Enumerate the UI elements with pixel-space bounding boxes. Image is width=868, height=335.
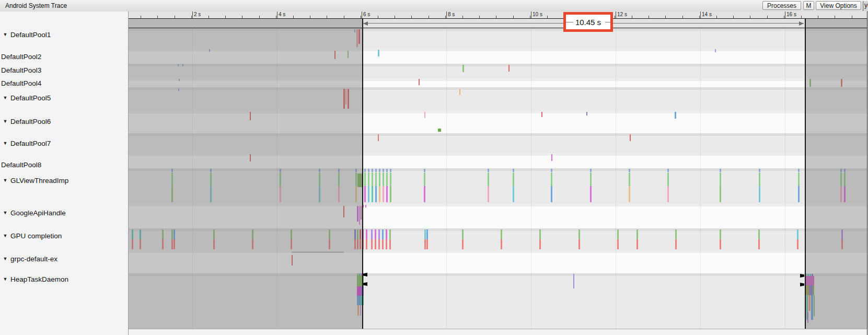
duration-annotation-box: 10.45 s [563,12,613,32]
ruler-tick-label: 10 s [533,11,542,17]
sidebar-item-defaultpool4[interactable]: DefaultPool4 [0,79,41,87]
trace-slice-bar [551,169,552,172]
header-button-processes[interactable]: Processes [762,1,801,10]
trace-mark [419,79,420,85]
ruler-minor-tick [682,16,683,18]
ruler-minor-tick [835,16,835,18]
ruler-minor-tick [767,16,768,18]
sidebar-item-googleapihandle[interactable]: ▼GoogleApiHandle [0,209,66,217]
ruler-minor-tick [411,16,412,18]
selection-line-left[interactable] [362,18,363,329]
sidebar-item-defaultpool8[interactable]: DefaultPool8 [0,160,41,169]
expander-triangle-icon[interactable]: ▼ [0,32,10,37]
trace-slice-bar [675,239,677,249]
ruler-tick-label: 2 s [194,11,201,17]
ruler-minor-tick [429,16,429,18]
expander-triangle-icon[interactable]: ▼ [0,119,10,124]
trace-slice-bar [462,229,464,239]
trace-mark [365,205,366,207]
thread-label: DefaultPool4 [0,79,41,87]
trace-slice-bar [759,186,760,202]
ruler-major-tick [277,11,277,18]
header-button-view-options[interactable]: View Options [816,1,861,10]
unselected-left-overlay [129,18,362,329]
ruler-minor-tick [293,16,294,18]
clipped-header-button[interactable]: yo [863,1,868,11]
ruler-minor-tick [141,16,141,18]
thread-label: DefaultPool1 [10,31,51,39]
trace-slice-bar [372,169,373,172]
trace-slice-bar [389,239,391,249]
trace-slice-bar [501,229,502,239]
sidebar-item-heaptaskdaemon[interactable]: ▼HeapTaskDaemon [0,275,68,283]
trace-slice-bar [426,229,428,239]
android-system-trace-window: Android System Trace yo ProcessesMView O… [0,0,868,335]
expander-triangle-icon[interactable]: ▼ [0,210,10,215]
ruler-tick-label: 16 s [786,11,796,17]
content-top-border [129,28,867,28]
annotation-line-dash-right [605,22,610,22]
trace-slice-bar [386,172,388,186]
trace-slice-bar [378,229,380,239]
ruler-minor-tick [327,16,327,18]
trace-mark [715,49,716,52]
thread-label: GLViewThreadImp [10,177,68,184]
trace-slice-bar [758,239,760,249]
ruler-major-tick [192,11,193,18]
ruler-minor-tick [716,16,717,18]
sidebar-item-gpu completion[interactable]: ▼GPU completion [0,232,62,240]
sidebar-item-defaultpool6[interactable]: ▼DefaultPool6 [0,117,51,125]
ruler-tick-label: 14 s [702,11,712,17]
thread-label: HeapTaskDaemon [10,275,68,283]
ruler-minor-tick [665,16,666,18]
sidebar-item-defaultpool2[interactable]: DefaultPool2 [0,52,41,61]
trace-mark [551,154,552,161]
sidebar-item-glviewthreadimp[interactable]: ▼GLViewThreadImp [0,176,68,184]
ruler-minor-tick [462,16,463,18]
ruler-minor-tick [157,16,158,18]
header-button-m[interactable]: M [803,1,814,10]
ruler-minor-tick [649,16,649,18]
ruler-tick-label: 4 s [279,11,285,17]
trace-slice-bar [539,229,541,239]
sidebar-item-defaultpool1[interactable]: ▼DefaultPool1 [0,30,51,39]
trace-slice-bar [617,229,619,239]
ruler-major-tick [531,11,531,18]
expander-triangle-icon[interactable]: ▼ [0,178,10,183]
ruler-major-tick [785,11,785,18]
ruler-minor-tick [259,16,260,18]
selection-line-right[interactable] [805,18,806,329]
trace-slice-bar [539,239,541,249]
sidebar-item-defaultpool7[interactable]: ▼DefaultPool7 [0,139,51,147]
expander-triangle-icon[interactable]: ▼ [0,95,10,100]
sidebar-item-defaultpool5[interactable]: ▼DefaultPool5 [0,94,51,102]
ruler-minor-tick [479,16,480,18]
trace-slice-bar [424,172,425,186]
expander-triangle-icon[interactable]: ▼ [0,256,10,261]
trace-slice-bar [383,186,384,202]
trace-slice-bar [386,239,387,249]
trace-slice-bar [364,172,366,186]
trace-slice-bar [667,172,669,186]
ruler-tick-label: 8 s [448,11,455,17]
trace-slice-bar [379,172,380,186]
trace-slice-bar [389,229,391,239]
trace-mark [438,129,441,132]
trace-mark [573,274,574,288]
trace-slice-bar [590,186,592,202]
trace-mark [378,134,379,141]
sidebar-item-defaultpool3[interactable]: DefaultPool3 [0,66,41,74]
trace-slice-bar [462,239,464,249]
thread-label: DefaultPool5 [10,94,51,102]
expander-triangle-icon[interactable]: ▼ [0,233,10,238]
ruler-minor-tick [733,16,734,18]
expander-triangle-icon[interactable]: ▼ [0,276,10,282]
time-gridline [616,28,616,329]
duration-label: 10.45 s [575,18,601,27]
trace-slice-bar [797,229,798,239]
sidebar-item-grpc-default-ex[interactable]: ▼grpc-default-ex [0,255,57,263]
expander-triangle-icon[interactable]: ▼ [0,141,10,146]
trace-timeline-canvas[interactable]: 2 s4 s6 s8 s10 s12 s14 s16 s10.45 s [129,11,867,335]
trace-slice-bar [488,186,489,202]
trace-slice-bar [379,186,380,202]
